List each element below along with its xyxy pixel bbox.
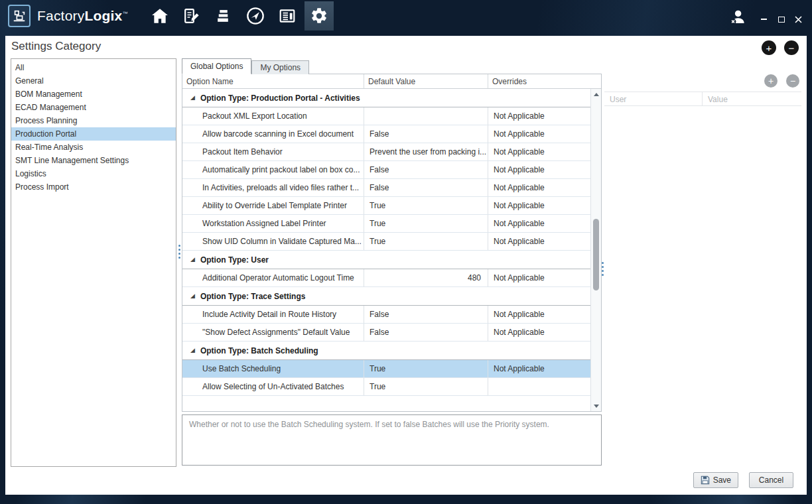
default-value-cell[interactable]: True [364, 378, 488, 395]
default-value-cell[interactable]: 480 [364, 269, 488, 286]
add-category-button[interactable]: + [762, 40, 776, 55]
option-name-cell[interactable]: Show UID Column in Validate Captured Ma.… [182, 233, 364, 250]
overrides-cell[interactable]: Not Applicable [488, 306, 590, 323]
option-name-cell[interactable]: Use Batch Scheduling [182, 360, 364, 377]
scrollbar-thumb[interactable] [593, 219, 599, 290]
overrides-cell[interactable]: Not Applicable [488, 197, 590, 214]
option-name-cell[interactable]: Automatically print packout label on box… [182, 161, 364, 178]
option-description-box: Whether or not to use the Batch Scheduli… [182, 414, 602, 466]
default-value-cell[interactable]: False [364, 306, 488, 323]
remove-override-button[interactable]: − [786, 74, 799, 88]
default-value-cell[interactable]: False [364, 161, 488, 178]
option-row-additional-operator-automatic-logout-time[interactable]: Additional Operator Automatic Logout Tim… [182, 269, 590, 287]
overrides-cell[interactable]: Not Applicable [488, 233, 590, 250]
default-value-cell[interactable]: True [364, 215, 488, 232]
group-header-option-type-user[interactable]: ◢Option Type: User [182, 251, 590, 269]
nav-reports-button[interactable] [271, 0, 303, 32]
column-header-value[interactable]: Value [703, 92, 728, 105]
option-row-automatically-print-packout-label-on-box-co[interactable]: Automatically print packout label on box… [182, 161, 590, 179]
option-row-include-activity-detail-in-route-history[interactable]: Include Activity Detail in Route History… [182, 306, 590, 324]
group-header-option-type-batch-scheduling[interactable]: ◢Option Type: Batch Scheduling [182, 342, 590, 360]
footer-buttons: Save Cancel [693, 472, 793, 488]
default-value-cell[interactable]: True [364, 197, 488, 214]
minimize-button[interactable] [758, 14, 770, 25]
overrides-cell[interactable]: Not Applicable [488, 143, 590, 160]
option-name-cell[interactable]: Additional Operator Automatic Logout Tim… [182, 269, 364, 286]
default-value-cell[interactable] [364, 107, 488, 125]
add-override-button[interactable]: + [764, 74, 778, 88]
default-value-cell[interactable]: True [364, 360, 488, 377]
overrides-cell[interactable]: Not Applicable [488, 179, 590, 196]
option-row-ability-to-override-label-template-printer[interactable]: Ability to Override Label Template Print… [182, 197, 590, 215]
default-value-cell[interactable]: False [364, 179, 488, 196]
tab-my-options[interactable]: My Options [251, 60, 309, 74]
column-header-overrides[interactable]: Overrides [488, 74, 590, 88]
remove-category-button[interactable]: − [784, 40, 799, 55]
nav-settings-button[interactable] [304, 1, 334, 31]
sidebar-item-all[interactable]: All [11, 61, 176, 74]
user-status-button[interactable] [728, 8, 746, 29]
cancel-button[interactable]: Cancel [749, 472, 793, 488]
default-value-cell[interactable]: Prevent the user from packing i... [364, 143, 488, 160]
overrides-cell[interactable]: Not Applicable [488, 215, 590, 232]
option-name-cell[interactable]: Workstation Assigned Label Printer [182, 215, 364, 232]
option-name-cell[interactable]: Allow Selecting of Un-Activated Batches [182, 378, 364, 395]
option-row-workstation-assigned-label-printer[interactable]: Workstation Assigned Label PrinterTrueNo… [182, 215, 590, 233]
overrides-cell[interactable]: Not Applicable [488, 360, 590, 377]
overrides-cell[interactable]: Not Applicable [488, 324, 590, 341]
nav-materials-button[interactable] [208, 0, 239, 32]
sidebar-item-ecad-management[interactable]: ECAD Management [11, 101, 176, 114]
sidebar-item-process-import[interactable]: Process Import [11, 180, 176, 194]
save-button[interactable]: Save [693, 472, 738, 488]
option-name-cell[interactable]: Ability to Override Label Template Print… [182, 197, 364, 214]
option-row-show-defect-assignments-default-value[interactable]: "Show Defect Assignments" Default ValueF… [182, 324, 590, 342]
sidebar-item-smt-line-management-settings[interactable]: SMT Line Management Settings [11, 154, 176, 167]
option-row-in-activities-preloads-all-video-files-rather-t[interactable]: In Activities, preloads all video files … [182, 179, 590, 197]
close-button[interactable] [793, 14, 804, 25]
maximize-button[interactable] [776, 14, 787, 25]
group-collapse-icon[interactable]: ◢ [190, 347, 195, 353]
nav-dispatch-button[interactable] [239, 0, 271, 32]
option-row-allow-barcode-scanning-in-excel-document[interactable]: Allow barcode scanning in Excel document… [182, 125, 590, 143]
group-header-option-type-production-portal-activities[interactable]: ◢Option Type: Production Portal - Activi… [182, 89, 590, 107]
option-row-packout-xml-export-location[interactable]: Packout XML Export LocationNot Applicabl… [182, 107, 590, 125]
option-row-allow-selecting-of-un-activated-batches[interactable]: Allow Selecting of Un-Activated BatchesT… [182, 378, 590, 396]
scroll-up-button[interactable] [591, 89, 601, 99]
left-splitter-handle[interactable] [178, 245, 180, 259]
group-collapse-icon[interactable]: ◢ [190, 293, 195, 299]
column-header-default-value[interactable]: Default Value [364, 74, 488, 88]
overrides-cell[interactable]: Not Applicable [488, 125, 590, 143]
overrides-cell[interactable] [488, 378, 590, 395]
sidebar-item-logistics[interactable]: Logistics [11, 167, 176, 180]
option-name-cell[interactable]: Allow barcode scanning in Excel document [182, 125, 364, 143]
nav-process-edit-button[interactable] [176, 0, 208, 32]
option-row-packout-item-behavior[interactable]: Packout Item BehaviorPrevent the user fr… [182, 143, 590, 161]
default-value-cell[interactable]: True [364, 233, 488, 250]
scroll-down-button[interactable] [591, 401, 601, 411]
sidebar-item-production-portal[interactable]: Production Portal [11, 127, 176, 141]
group-collapse-icon[interactable]: ◢ [190, 257, 195, 263]
default-value-cell[interactable]: False [364, 324, 488, 341]
overrides-cell[interactable]: Not Applicable [488, 269, 590, 286]
nav-home-button[interactable] [144, 0, 176, 32]
options-scrollbar[interactable] [590, 89, 601, 411]
option-name-cell[interactable]: Packout Item Behavior [182, 143, 364, 160]
option-name-cell[interactable]: "Show Defect Assignments" Default Value [182, 324, 364, 341]
column-header-option-name[interactable]: Option Name [182, 74, 364, 88]
group-header-option-type-trace-settings[interactable]: ◢Option Type: Trace Settings [182, 287, 590, 306]
overrides-cell[interactable]: Not Applicable [488, 107, 590, 125]
default-value-cell[interactable]: False [364, 125, 488, 143]
option-row-show-uid-column-in-validate-captured-ma[interactable]: Show UID Column in Validate Captured Ma.… [182, 233, 590, 251]
group-collapse-icon[interactable]: ◢ [190, 95, 195, 101]
option-name-cell[interactable]: Packout XML Export Location [182, 107, 364, 125]
option-name-cell[interactable]: Include Activity Detail in Route History [182, 306, 364, 323]
option-row-use-batch-scheduling[interactable]: Use Batch SchedulingTrueNot Applicable [182, 360, 590, 378]
sidebar-item-general[interactable]: General [11, 74, 176, 88]
column-header-user[interactable]: User [604, 92, 703, 105]
overrides-cell[interactable]: Not Applicable [488, 161, 590, 178]
sidebar-item-real-time-analysis[interactable]: Real-Time Analysis [11, 141, 176, 154]
tab-global-options[interactable]: Global Options [182, 58, 251, 74]
option-name-cell[interactable]: In Activities, preloads all video files … [182, 179, 364, 196]
sidebar-item-bom-management[interactable]: BOM Management [11, 88, 176, 101]
sidebar-item-process-planning[interactable]: Process Planning [11, 114, 176, 127]
